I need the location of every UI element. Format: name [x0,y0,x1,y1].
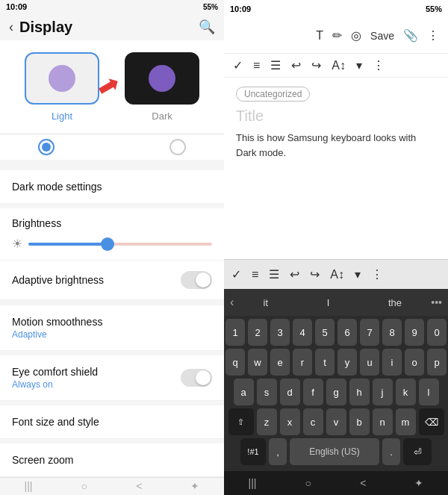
kb-key-z[interactable]: z [257,408,277,435]
kb-key-backspace[interactable]: ⌫ [419,408,444,435]
right-panel: 10:09 55% T ✏ ◎ Save 📎 ⋮ ✓ ≡ ☰ ↩ ↪ A↕ ▾ … [224,0,448,495]
kb-key-6[interactable]: 6 [337,319,357,346]
kb-key-e[interactable]: e [270,349,290,376]
note-category[interactable]: Uncategorized [236,87,310,102]
list1-tool-icon[interactable]: ≡ [252,268,258,281]
eye-comfort-toggle[interactable] [181,369,212,387]
kb-key-2[interactable]: 2 [248,319,267,346]
nav-menu-icon[interactable]: ||| [25,480,33,492]
kb-key-8[interactable]: 8 [382,319,402,346]
redo-icon[interactable]: ↪ [311,58,321,72]
note-body[interactable]: This is how Samsung keyboard looks with … [236,131,436,160]
note-header: T ✏ ◎ Save 📎 ⋮ [224,18,448,54]
search-icon[interactable]: 🔍 [199,19,215,35]
attach-icon[interactable]: 📎 [403,28,418,43]
arrow-down-icon[interactable]: ▾ [355,267,361,281]
note-content[interactable]: Uncategorized Title This is how Samsung … [224,78,448,259]
right-nav-apps[interactable]: ✦ [414,477,423,489]
undo-tool-icon[interactable]: ↩ [290,267,299,281]
kb-key-3[interactable]: 3 [270,319,290,346]
save-button[interactable]: Save [370,30,394,42]
kb-key-enter[interactable]: ⏎ [403,438,432,465]
theme-section: Light Dark ➡ [0,40,224,134]
font-size-item[interactable]: Font size and style [0,405,224,439]
light-theme-option[interactable]: Light [25,52,99,122]
pen-icon[interactable]: ✏ [332,28,342,43]
kb-key-r[interactable]: r [293,349,312,376]
kb-key-0[interactable]: 0 [427,319,447,346]
kb-suggestion-2[interactable]: I [321,297,336,308]
undo-icon[interactable]: ↩ [291,58,301,72]
motion-smoothness-item[interactable]: Motion smoothness Adaptive [0,305,224,351]
right-nav-back[interactable]: < [360,477,366,489]
format-more-icon[interactable]: ⋮ [373,58,385,72]
kb-key-9[interactable]: 9 [405,319,424,346]
kb-key-v[interactable]: v [326,408,346,435]
kb-key-shift[interactable]: ⇧ [228,408,254,435]
kb-key-p[interactable]: p [427,349,447,376]
kb-key-q[interactable]: q [225,349,245,376]
kb-key-h[interactable]: h [349,379,370,405]
kb-key-k[interactable]: k [396,379,416,405]
kb-key-b[interactable]: b [349,408,370,435]
text-format-icon[interactable]: T [316,29,323,43]
right-nav-home[interactable]: ○ [305,477,311,489]
kb-key-a[interactable]: a [234,379,254,405]
kb-key-d[interactable]: d [280,379,300,405]
kb-key-l[interactable]: l [419,379,439,405]
check-tool-icon[interactable]: ✓ [231,267,241,281]
kb-key-space[interactable]: English (US) [290,438,379,465]
brightness-thumb[interactable] [101,237,114,251]
more-icon[interactable]: ⋮ [427,28,439,43]
kb-key-7[interactable]: 7 [360,319,379,346]
kb-suggestion-3[interactable]: the [382,297,408,308]
light-radio[interactable] [38,139,55,155]
kb-key-i[interactable]: i [382,349,402,376]
kb-key-o[interactable]: o [405,349,424,376]
kb-key-1[interactable]: 1 [225,319,245,346]
list2-tool-icon[interactable]: ☰ [269,267,279,281]
kb-key-w[interactable]: w [248,349,267,376]
kb-key-j[interactable]: j [373,379,393,405]
dark-theme-option[interactable]: Dark [125,52,199,122]
nav-apps-icon[interactable]: ✦ [190,480,199,492]
kb-key-n[interactable]: n [373,408,393,435]
kb-key-comma[interactable]: , [269,438,287,465]
kb-key-c[interactable]: c [303,408,323,435]
kb-key-u[interactable]: u [360,349,379,376]
redo-tool-icon[interactable]: ↪ [310,267,320,281]
text-height-icon[interactable]: A↕ [330,268,344,281]
screen-zoom-item[interactable]: Screen zoom [0,443,224,477]
dark-mode-settings-item[interactable]: Dark mode settings [0,170,224,204]
kb-suggestion-1[interactable]: it [258,297,275,308]
kebab-icon[interactable]: ⋮ [371,267,383,281]
kb-key-t[interactable]: t [315,349,335,376]
right-nav-menu[interactable]: ||| [249,477,257,489]
kb-more-icon[interactable]: ••• [431,296,442,308]
kb-key-period[interactable]: . [382,438,400,465]
eye-comfort-item[interactable]: Eye comfort shield Always on [0,355,224,401]
kb-key-4[interactable]: 4 [293,319,312,346]
kb-key-f[interactable]: f [303,379,323,405]
text-size-icon[interactable]: A↕ [332,59,346,72]
nav-back-icon[interactable]: < [136,480,142,492]
ordered-list-icon[interactable]: ≡ [253,59,260,72]
kb-key-symbols[interactable]: !#1 [240,438,266,465]
kb-key-y[interactable]: y [337,349,357,376]
sticker-icon[interactable]: ◎ [351,28,361,43]
more-format-icon[interactable]: ▾ [356,58,362,72]
check-icon[interactable]: ✓ [233,58,243,72]
kb-key-m[interactable]: m [396,408,416,435]
unordered-list-icon[interactable]: ☰ [270,58,281,72]
brightness-track[interactable] [28,243,212,246]
kb-key-x[interactable]: x [280,408,300,435]
note-title[interactable]: Title [236,108,436,125]
adaptive-brightness-item[interactable]: Adaptive brightness [0,261,224,300]
kb-key-g[interactable]: g [326,379,346,405]
adaptive-brightness-toggle[interactable] [181,271,212,289]
dark-radio[interactable] [169,139,186,155]
nav-home-icon[interactable]: ○ [81,480,87,492]
kb-key-5[interactable]: 5 [315,319,335,346]
kb-key-s[interactable]: s [257,379,277,405]
back-button[interactable]: ‹ [9,19,13,35]
